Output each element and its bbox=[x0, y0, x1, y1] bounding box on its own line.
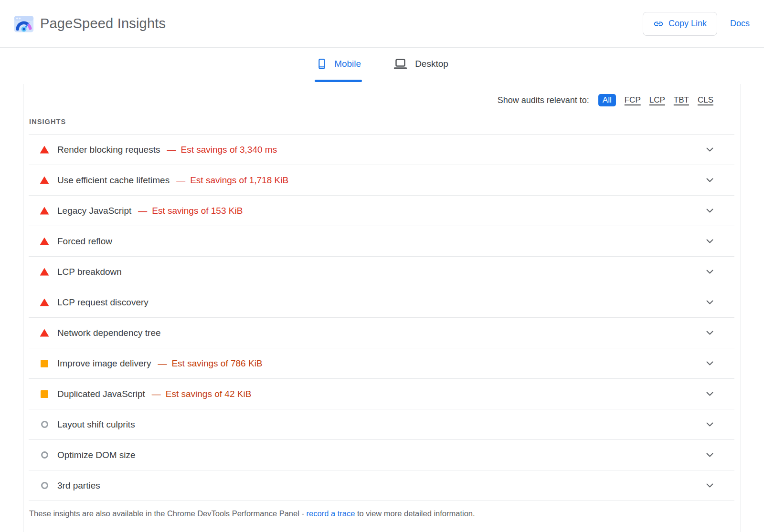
info-circle-icon bbox=[40, 482, 49, 489]
warning-triangle-icon bbox=[40, 177, 49, 184]
insight-row[interactable]: Use efficient cache lifetimes — Est savi… bbox=[29, 165, 734, 195]
warning-square-icon bbox=[40, 360, 49, 367]
insight-title: LCP breakdown bbox=[57, 267, 122, 277]
insight-title: Render blocking requests bbox=[57, 145, 160, 155]
chevron-down-icon[interactable] bbox=[706, 178, 713, 182]
active-tab-indicator bbox=[315, 80, 362, 82]
savings-dash: — bbox=[138, 206, 147, 216]
insight-title: Use efficient cache lifetimes bbox=[57, 175, 170, 186]
record-trace-link[interactable]: record a trace bbox=[307, 509, 355, 518]
warning-triangle-icon bbox=[40, 329, 49, 337]
insight-savings: — Est savings of 153 KiB bbox=[138, 206, 243, 216]
chevron-down-icon[interactable] bbox=[706, 209, 713, 213]
savings-text: Est savings of 3,340 ms bbox=[180, 145, 277, 155]
insight-row[interactable]: Render blocking requests — Est savings o… bbox=[29, 134, 734, 165]
chevron-down-icon[interactable] bbox=[706, 453, 713, 457]
page-title: PageSpeed Insights bbox=[40, 16, 166, 31]
chevron-down-icon[interactable] bbox=[706, 239, 713, 243]
insight-title: Network dependency tree bbox=[57, 328, 161, 338]
info-circle-icon bbox=[40, 421, 49, 428]
insight-row[interactable]: Optimize DOM size bbox=[29, 439, 734, 470]
savings-text: Est savings of 153 KiB bbox=[152, 206, 243, 216]
chevron-down-icon[interactable] bbox=[706, 300, 713, 304]
insight-row[interactable]: Layout shift culprits bbox=[29, 409, 734, 439]
warning-triangle-icon bbox=[40, 146, 49, 154]
filter-chip-lcp[interactable]: LCP bbox=[649, 95, 665, 105]
savings-dash: — bbox=[176, 175, 185, 186]
warning-triangle-icon bbox=[40, 207, 49, 215]
insight-row[interactable]: LCP request discovery bbox=[29, 287, 734, 317]
chevron-down-icon[interactable] bbox=[706, 392, 713, 396]
insights-list: Render blocking requests — Est savings o… bbox=[29, 134, 734, 501]
savings-dash: — bbox=[167, 145, 176, 155]
insight-title: Forced reflow bbox=[57, 236, 112, 247]
report-card: Show audits relevant to: AllFCPLCPTBTCLS… bbox=[23, 84, 741, 532]
filter-label: Show audits relevant to: bbox=[498, 95, 589, 105]
filter-chip-tbt[interactable]: TBT bbox=[674, 95, 689, 105]
warning-triangle-icon bbox=[40, 268, 49, 276]
chevron-down-icon[interactable] bbox=[706, 483, 713, 488]
insight-row[interactable]: LCP breakdown bbox=[29, 256, 734, 287]
tab-desktop[interactable]: Desktop bbox=[392, 48, 449, 84]
insight-row[interactable]: Improve image delivery — Est savings of … bbox=[29, 348, 734, 378]
copy-link-button[interactable]: Copy Link bbox=[643, 12, 717, 36]
insight-row[interactable]: Legacy JavaScript — Est savings of 153 K… bbox=[29, 195, 734, 226]
insight-savings: — Est savings of 42 KiB bbox=[152, 389, 252, 399]
insight-row[interactable]: Network dependency tree bbox=[29, 317, 734, 348]
warning-triangle-icon bbox=[40, 299, 49, 306]
tab-desktop-label: Desktop bbox=[415, 59, 448, 69]
devtools-note-text: These insights are also available in the… bbox=[29, 509, 307, 518]
insight-title: Legacy JavaScript bbox=[57, 206, 131, 216]
smartphone-icon bbox=[316, 57, 328, 71]
pagespeed-logo-icon bbox=[13, 13, 34, 34]
devtools-note: These insights are also available in the… bbox=[29, 501, 734, 518]
insight-title: 3rd parties bbox=[57, 480, 100, 491]
insight-title: Duplicated JavaScript bbox=[57, 389, 145, 399]
laptop-icon bbox=[393, 57, 408, 71]
docs-link[interactable]: Docs bbox=[730, 19, 750, 29]
filter-chip-fcp[interactable]: FCP bbox=[625, 95, 641, 105]
insight-title: LCP request discovery bbox=[57, 297, 149, 308]
insight-row[interactable]: 3rd parties bbox=[29, 470, 734, 501]
insight-title: Improve image delivery bbox=[57, 358, 151, 369]
chevron-down-icon[interactable] bbox=[706, 331, 713, 335]
insights-section-label: INSIGHTS bbox=[29, 118, 734, 125]
device-tabs: Mobile Desktop bbox=[0, 48, 764, 84]
savings-text: Est savings of 42 KiB bbox=[166, 389, 252, 399]
chevron-down-icon[interactable] bbox=[706, 361, 713, 365]
filter-chip-all[interactable]: All bbox=[598, 94, 616, 106]
savings-text: Est savings of 1,718 KiB bbox=[190, 175, 288, 186]
tab-mobile-label: Mobile bbox=[334, 59, 361, 69]
insight-savings: — Est savings of 786 KiB bbox=[158, 358, 262, 369]
savings-text: Est savings of 786 KiB bbox=[171, 358, 262, 369]
audit-filter-row: Show audits relevant to: AllFCPLCPTBTCLS bbox=[29, 84, 734, 106]
insight-row[interactable]: Duplicated JavaScript — Est savings of 4… bbox=[29, 378, 734, 409]
filter-chip-cls[interactable]: CLS bbox=[698, 95, 713, 105]
warning-square-icon bbox=[40, 390, 49, 398]
insight-savings: — Est savings of 1,718 KiB bbox=[176, 175, 288, 186]
chevron-down-icon[interactable] bbox=[706, 422, 713, 427]
insight-savings: — Est savings of 3,340 ms bbox=[167, 145, 277, 155]
tab-mobile[interactable]: Mobile bbox=[315, 48, 362, 84]
copy-link-label: Copy Link bbox=[668, 19, 707, 29]
insight-row[interactable]: Forced reflow bbox=[29, 226, 734, 256]
savings-dash: — bbox=[152, 389, 161, 399]
info-circle-icon bbox=[40, 451, 49, 459]
savings-dash: — bbox=[158, 358, 167, 369]
warning-triangle-icon bbox=[40, 238, 49, 245]
link-icon bbox=[653, 19, 664, 29]
chevron-down-icon[interactable] bbox=[706, 270, 713, 274]
devtools-note-text-after: to view more detailed information. bbox=[355, 509, 475, 518]
chevron-down-icon[interactable] bbox=[706, 147, 713, 152]
filter-chips: AllFCPLCPTBTCLS bbox=[598, 94, 713, 106]
app-header: PageSpeed Insights Copy Link Docs bbox=[0, 0, 764, 48]
insight-title: Layout shift culprits bbox=[57, 419, 135, 430]
insight-title: Optimize DOM size bbox=[57, 450, 136, 460]
